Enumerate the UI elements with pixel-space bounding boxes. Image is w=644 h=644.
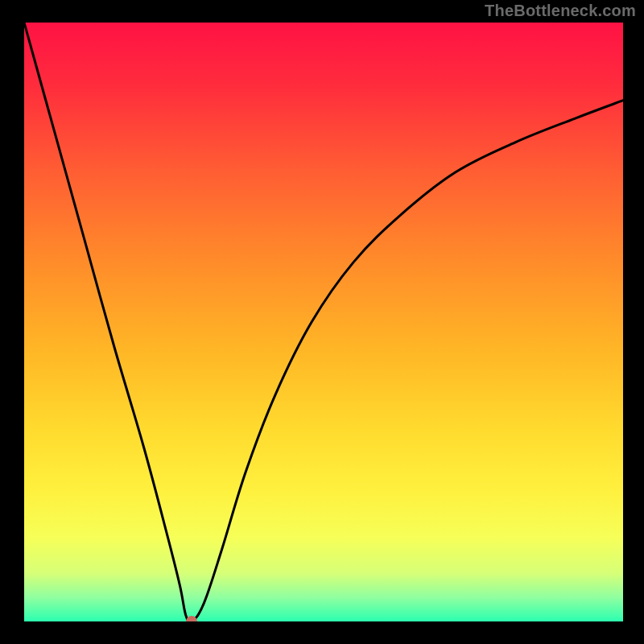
minimum-marker [186, 616, 197, 621]
bottleneck-curve [24, 23, 623, 621]
chart-frame: TheBottleneck.com [0, 0, 644, 644]
plot-area [24, 23, 623, 621]
curve-path [24, 23, 623, 621]
watermark-text: TheBottleneck.com [485, 2, 636, 20]
